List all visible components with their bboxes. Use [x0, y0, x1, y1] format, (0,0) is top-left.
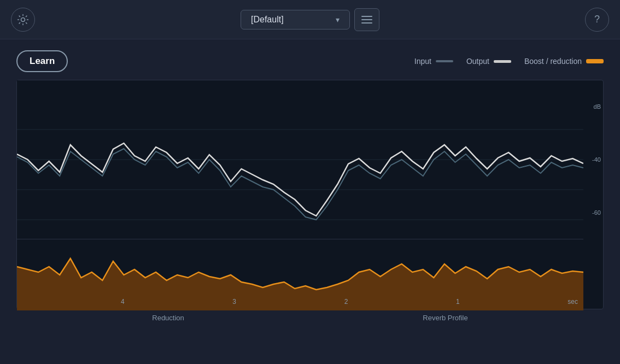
legend-boost: Boost / reduction	[524, 57, 604, 66]
menu-button[interactable]	[354, 8, 379, 31]
menu-line-3	[361, 22, 372, 24]
waveform-svg	[17, 80, 583, 239]
header: [Default] ▾ ?	[0, 0, 620, 39]
output-label: Output	[466, 57, 489, 66]
reverb-profile-label: Reverb Profile	[423, 314, 467, 322]
help-icon: ?	[594, 14, 600, 25]
db-label-top: dB	[594, 103, 601, 110]
legend-items: Input Output Boost / reduction	[414, 57, 604, 66]
preset-name: [Default]	[251, 15, 284, 25]
chevron-down-icon: ▾	[336, 15, 340, 24]
preset-dropdown[interactable]: [Default] ▾	[241, 10, 350, 30]
header-right: ?	[585, 8, 609, 32]
input-label: Input	[414, 57, 431, 66]
header-center: [Default] ▾	[241, 8, 379, 31]
svg-point-0	[21, 17, 25, 21]
time-label-1: 1	[456, 298, 460, 306]
db-axis: dB -40 -60	[583, 80, 603, 239]
help-button[interactable]: ?	[585, 8, 609, 32]
menu-line-2	[361, 19, 372, 20]
time-axis: 4 3 2 1 sec	[17, 295, 583, 309]
time-label-3: 3	[232, 298, 236, 306]
legend-row: Learn Input Output Boost / reduction	[16, 50, 604, 72]
input-line-icon	[436, 60, 453, 62]
legend-output: Output	[466, 57, 511, 66]
gear-icon	[17, 14, 29, 26]
learn-button[interactable]: Learn	[16, 50, 68, 72]
time-label-2: 2	[344, 298, 348, 306]
db-label-mid: -40	[592, 156, 601, 163]
time-label-sec: sec	[568, 298, 578, 306]
reduction-label: Reduction	[152, 314, 184, 322]
boost-line-icon	[586, 59, 604, 63]
boost-label: Boost / reduction	[524, 57, 582, 66]
main-content: Learn Input Output Boost / reduction	[0, 39, 620, 327]
db-label-bot: -60	[592, 209, 601, 216]
bottom-labels: Reduction Reverb Profile	[16, 309, 604, 322]
time-label-4: 4	[121, 298, 125, 306]
chart-container: dB -40 -60 4 3 2 1 sec	[16, 80, 604, 309]
header-left	[11, 8, 35, 32]
waveform-area	[17, 80, 583, 239]
legend-input: Input	[414, 57, 453, 66]
menu-line-1	[361, 16, 372, 17]
output-line-icon	[494, 60, 511, 63]
settings-button[interactable]	[11, 8, 35, 32]
